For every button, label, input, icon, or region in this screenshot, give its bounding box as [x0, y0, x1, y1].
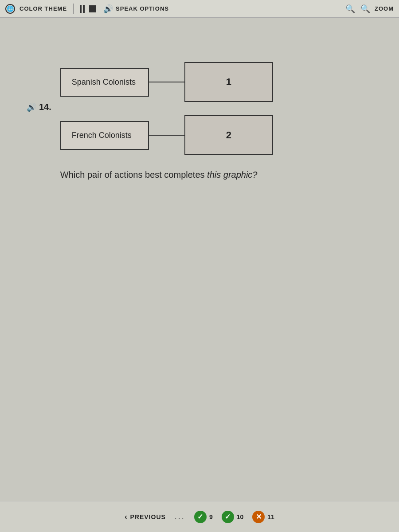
bottom-navigation-bar: ‹ PREVIOUS ... ✓ 9 ✓ 10 ✕ 11	[0, 501, 399, 532]
question-number-text: 14.	[39, 102, 51, 112]
search-plus-icon[interactable]: 🔍	[360, 4, 370, 14]
chevron-left-icon: ‹	[125, 513, 127, 521]
main-content: 🔊 14. Spanish Colonists 1 French Colonis…	[0, 18, 399, 505]
speak-options-label: SPEAK OPTIONS	[116, 5, 169, 12]
pause-bar-1	[80, 5, 82, 13]
page-10-label: 10	[237, 513, 244, 520]
previous-label: PREVIOUS	[130, 513, 166, 520]
search-minus-icon[interactable]: 🔍	[345, 4, 355, 14]
french-answer-number: 2	[226, 129, 231, 141]
page-11-x-icon: ✕	[252, 511, 265, 523]
page-10-button[interactable]: ✓ 10	[222, 511, 244, 523]
spanish-colonists-row: Spanish Colonists 1	[60, 62, 372, 102]
question-text: Which pair of actions best completes thi…	[60, 168, 372, 181]
previous-button[interactable]: ‹ PREVIOUS	[125, 513, 166, 521]
spanish-colonists-label: Spanish Colonists	[72, 78, 136, 86]
question-text-content: Which pair of actions best completes thi…	[60, 170, 258, 180]
french-colonists-label: French Colonists	[72, 131, 132, 140]
navigation-dots: ...	[175, 512, 185, 521]
question-container: 🔊 14. Spanish Colonists 1 French Colonis…	[27, 62, 372, 181]
question-speaker-icon[interactable]: 🔊	[27, 102, 36, 112]
speaker-icon[interactable]: 🔊	[103, 4, 113, 14]
stop-icon[interactable]	[89, 5, 96, 12]
french-connector-line	[149, 135, 184, 136]
zoom-label: ZOOM	[375, 5, 394, 12]
globe-icon[interactable]: 🌐	[5, 4, 15, 14]
color-theme-label: COLOR THEME	[20, 5, 67, 12]
page-9-label: 9	[209, 513, 213, 520]
spanish-answer-box[interactable]: 1	[184, 62, 273, 102]
speak-options-group: 🔊 SPEAK OPTIONS	[103, 4, 169, 14]
page-9-button[interactable]: ✓ 9	[194, 511, 213, 523]
pause-icon[interactable]	[80, 5, 85, 13]
page-11-label: 11	[267, 513, 274, 520]
toolbar-divider-1	[73, 4, 74, 14]
page-9-check-icon: ✓	[194, 511, 207, 523]
toolbar: 🌐 COLOR THEME 🔊 SPEAK OPTIONS 🔍 🔍 ZOOM	[0, 0, 399, 18]
french-colonists-box: French Colonists	[60, 121, 149, 150]
page-10-check-icon: ✓	[222, 511, 234, 523]
pause-bar-2	[83, 5, 85, 13]
french-colonists-row: French Colonists 2	[60, 115, 372, 155]
french-answer-box[interactable]: 2	[184, 115, 273, 155]
spanish-colonists-box: Spanish Colonists	[60, 68, 149, 97]
page-11-button[interactable]: ✕ 11	[252, 511, 274, 523]
spanish-connector-line	[149, 82, 184, 82]
spanish-answer-number: 1	[226, 76, 231, 88]
question-number: 🔊 14.	[27, 102, 51, 112]
graphic-area: Spanish Colonists 1 French Colonists 2	[60, 62, 372, 181]
